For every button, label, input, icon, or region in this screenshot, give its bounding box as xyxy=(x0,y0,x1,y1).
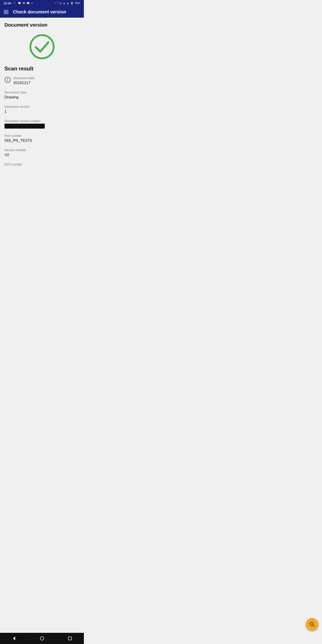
success-checkmark-icon xyxy=(28,33,56,60)
document-date-row: i Document date 20191217 xyxy=(4,76,80,85)
info-icon: i xyxy=(4,77,11,84)
document-class-label: Document class xyxy=(4,90,80,94)
document-date-value: 20191217 xyxy=(14,81,35,85)
part-number-label: Part number xyxy=(4,134,80,138)
part-number-value: 555_PN_TEST5 xyxy=(4,138,80,143)
app-bar: Check document version xyxy=(0,6,84,18)
status-time: 12:16 🎵 💬 ✉ 📖 • xyxy=(4,2,33,5)
document-version-creator-field: Document version creator xyxy=(4,119,80,128)
document-version-label: Document version xyxy=(4,105,80,108)
signal-icon: ▲ xyxy=(67,2,69,4)
menu-button[interactable] xyxy=(4,10,8,14)
battery-icon: 🔋 xyxy=(70,2,74,5)
time-display: 12:16 xyxy=(4,2,11,5)
gmail-icon: ✉ xyxy=(23,2,25,5)
status-bar: 12:16 🎵 💬 ✉ 📖 • 📳 ⊖ ▲ ▲ 🔋 62% xyxy=(0,0,84,6)
version-number-label: Version number xyxy=(4,148,80,152)
document-version-value: 1 xyxy=(4,109,80,114)
status-icons: 📳 ⊖ ▲ ▲ 🔋 62% xyxy=(55,2,80,5)
vibrate-icon: 📳 xyxy=(55,2,58,5)
document-class-field: Document class Drawing xyxy=(4,90,80,100)
edv-number-field: EDV number xyxy=(4,162,80,166)
page-title: Check document version xyxy=(13,10,66,14)
document-version-creator-value xyxy=(4,124,45,128)
version-number-value: V2 xyxy=(4,153,80,157)
battery-percentage: 62% xyxy=(75,2,80,5)
document-version-creator-label: Document version creator xyxy=(4,119,80,123)
main-content: Document version Scan result i Document … xyxy=(0,18,84,190)
part-number-field: Part number 555_PN_TEST5 xyxy=(4,134,80,143)
checkmark-container xyxy=(4,33,80,60)
svg-text:i: i xyxy=(7,78,8,82)
spotify-icon: 🎵 xyxy=(13,2,16,5)
version-number-field: Version number V2 xyxy=(4,148,80,157)
svg-point-0 xyxy=(30,35,54,58)
hamburger-line-1 xyxy=(4,10,8,11)
edv-number-label: EDV number xyxy=(4,162,80,166)
document-date-label: Document date xyxy=(14,76,35,80)
hamburger-line-3 xyxy=(4,14,8,14)
scan-result-title: Scan result xyxy=(4,66,80,72)
section-title: Document version xyxy=(4,22,80,28)
dnd-icon: ⊖ xyxy=(60,2,62,5)
document-class-value: Drawing xyxy=(4,95,80,100)
reading-icon: 📖 xyxy=(26,2,30,5)
dot-icon: • xyxy=(32,2,33,5)
document-version-field: Document version 1 xyxy=(4,105,80,114)
document-date-field: Document date 20191217 xyxy=(14,76,35,85)
hamburger-line-2 xyxy=(4,12,8,12)
whatsapp-icon: 💬 xyxy=(18,2,21,5)
wifi-icon: ▲ xyxy=(63,2,65,4)
